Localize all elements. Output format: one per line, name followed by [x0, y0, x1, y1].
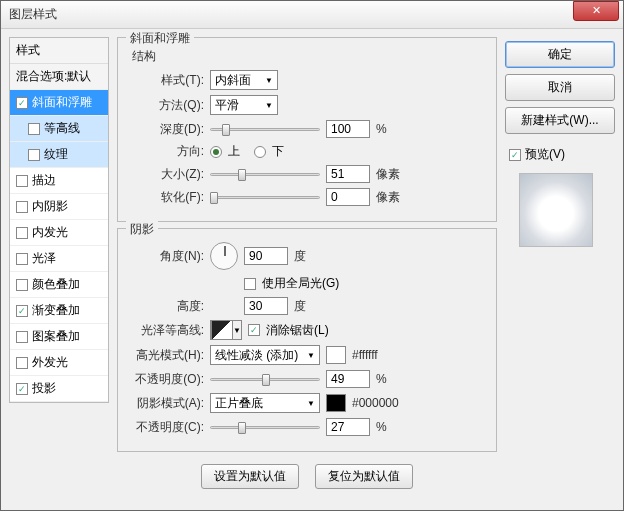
shadow-mode-label: 阴影模式(A):	[128, 395, 204, 412]
altitude-input[interactable]	[244, 297, 288, 315]
highlight-mode-select[interactable]: 线性减淡 (添加)▼	[210, 345, 320, 365]
style-item-contour[interactable]: 等高线	[10, 116, 108, 142]
checkbox-icon[interactable]	[16, 201, 28, 213]
shading-fieldset: 阴影 角度(N): 度 使用全局光(G) 高度: 度	[117, 228, 497, 452]
bevel-fieldset: 斜面和浮雕 结构 样式(T): 内斜面▼ 方法(Q): 平滑▼ 深度(D): %	[117, 37, 497, 222]
cancel-button[interactable]: 取消	[505, 74, 615, 101]
chevron-down-icon: ▼	[307, 351, 315, 360]
style-item-outer-glow[interactable]: 外发光	[10, 350, 108, 376]
altitude-label: 高度:	[128, 298, 204, 315]
new-style-button[interactable]: 新建样式(W)...	[505, 107, 615, 134]
checkbox-icon[interactable]	[16, 279, 28, 291]
highlight-hex: #ffffff	[352, 348, 378, 362]
highlight-opacity-slider[interactable]	[210, 372, 320, 386]
soften-slider[interactable]	[210, 190, 320, 204]
checkbox-icon[interactable]	[16, 383, 28, 395]
titlebar[interactable]: 图层样式 ✕	[1, 1, 623, 29]
size-input[interactable]	[326, 165, 370, 183]
gloss-contour-select[interactable]: ▼	[210, 320, 242, 340]
technique-label: 方法(Q):	[128, 97, 204, 114]
style-item-drop-shadow[interactable]: 投影	[10, 376, 108, 402]
style-item-pattern-overlay[interactable]: 图案叠加	[10, 324, 108, 350]
size-unit: 像素	[376, 166, 400, 183]
window-title: 图层样式	[5, 6, 573, 23]
angle-dial[interactable]	[210, 242, 238, 270]
contour-icon	[211, 320, 233, 340]
global-light-label: 使用全局光(G)	[262, 275, 339, 292]
angle-input[interactable]	[244, 247, 288, 265]
checkbox-icon[interactable]	[16, 175, 28, 187]
blend-options-item[interactable]: 混合选项:默认	[10, 64, 108, 90]
style-select[interactable]: 内斜面▼	[210, 70, 278, 90]
chevron-down-icon: ▼	[233, 326, 241, 335]
checkbox-icon[interactable]	[16, 97, 28, 109]
highlight-opacity-label: 不透明度(O):	[128, 371, 204, 388]
antialias-checkbox[interactable]	[248, 324, 260, 336]
direction-down-radio[interactable]	[254, 146, 266, 158]
shadow-color-swatch[interactable]	[326, 394, 346, 412]
styles-panel: 样式 混合选项:默认 斜面和浮雕 等高线 纹理 描边 内阴影 内发光 光泽 颜色…	[9, 37, 109, 502]
ok-button[interactable]: 确定	[505, 41, 615, 68]
depth-unit: %	[376, 122, 387, 136]
checkbox-icon[interactable]	[16, 227, 28, 239]
shading-legend: 阴影	[126, 221, 158, 238]
shadow-hex: #000000	[352, 396, 399, 410]
style-item-inner-glow[interactable]: 内发光	[10, 220, 108, 246]
settings-panel: 斜面和浮雕 结构 样式(T): 内斜面▼ 方法(Q): 平滑▼ 深度(D): %	[117, 37, 497, 502]
highlight-opacity-input[interactable]	[326, 370, 370, 388]
direction-up-radio[interactable]	[210, 146, 222, 158]
angle-label: 角度(N):	[128, 248, 204, 265]
shadow-mode-select[interactable]: 正片叠底▼	[210, 393, 320, 413]
depth-input[interactable]	[326, 120, 370, 138]
shadow-opacity-slider[interactable]	[210, 420, 320, 434]
preview-label: 预览(V)	[525, 146, 565, 163]
style-item-stroke[interactable]: 描边	[10, 168, 108, 194]
style-item-inner-shadow[interactable]: 内阴影	[10, 194, 108, 220]
size-slider[interactable]	[210, 167, 320, 181]
highlight-mode-label: 高光模式(H):	[128, 347, 204, 364]
style-item-bevel[interactable]: 斜面和浮雕	[10, 90, 108, 116]
layer-style-dialog: 图层样式 ✕ 样式 混合选项:默认 斜面和浮雕 等高线 纹理 描边 内阴影 内发…	[0, 0, 624, 511]
checkbox-icon[interactable]	[16, 357, 28, 369]
styles-header: 样式	[10, 38, 108, 64]
antialias-label: 消除锯齿(L)	[266, 322, 329, 339]
technique-select[interactable]: 平滑▼	[210, 95, 278, 115]
preview-checkbox[interactable]	[509, 149, 521, 161]
preview-thumbnail	[519, 173, 593, 247]
chevron-down-icon: ▼	[307, 399, 315, 408]
checkbox-icon[interactable]	[16, 331, 28, 343]
depth-label: 深度(D):	[128, 121, 204, 138]
checkbox-icon[interactable]	[28, 149, 40, 161]
highlight-color-swatch[interactable]	[326, 346, 346, 364]
global-light-checkbox[interactable]	[244, 278, 256, 290]
style-label: 样式(T):	[128, 72, 204, 89]
structure-title: 结构	[132, 48, 486, 65]
shadow-opacity-label: 不透明度(C):	[128, 419, 204, 436]
chevron-down-icon: ▼	[265, 76, 273, 85]
bevel-legend: 斜面和浮雕	[126, 30, 194, 47]
gloss-contour-label: 光泽等高线:	[128, 322, 204, 339]
shadow-opacity-input[interactable]	[326, 418, 370, 436]
reset-default-button[interactable]: 复位为默认值	[315, 464, 413, 489]
depth-slider[interactable]	[210, 122, 320, 136]
soften-unit: 像素	[376, 189, 400, 206]
soften-input[interactable]	[326, 188, 370, 206]
close-button[interactable]: ✕	[573, 1, 619, 21]
chevron-down-icon: ▼	[265, 101, 273, 110]
style-item-gradient-overlay[interactable]: 渐变叠加	[10, 298, 108, 324]
right-panel: 确定 取消 新建样式(W)... 预览(V)	[505, 37, 615, 502]
style-item-satin[interactable]: 光泽	[10, 246, 108, 272]
checkbox-icon[interactable]	[16, 305, 28, 317]
soften-label: 软化(F):	[128, 189, 204, 206]
make-default-button[interactable]: 设置为默认值	[201, 464, 299, 489]
checkbox-icon[interactable]	[28, 123, 40, 135]
style-item-color-overlay[interactable]: 颜色叠加	[10, 272, 108, 298]
direction-label: 方向:	[128, 143, 204, 160]
checkbox-icon[interactable]	[16, 253, 28, 265]
style-item-texture[interactable]: 纹理	[10, 142, 108, 168]
size-label: 大小(Z):	[128, 166, 204, 183]
